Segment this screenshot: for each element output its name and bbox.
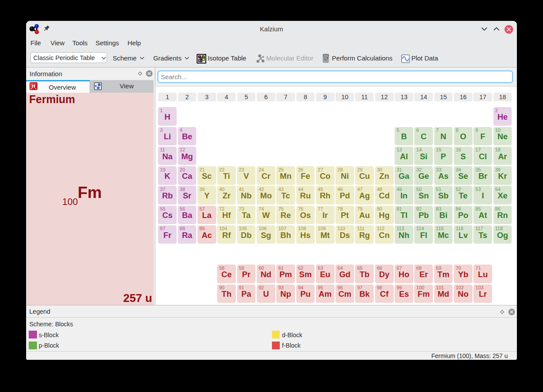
svg-text:H: H <box>32 84 35 89</box>
